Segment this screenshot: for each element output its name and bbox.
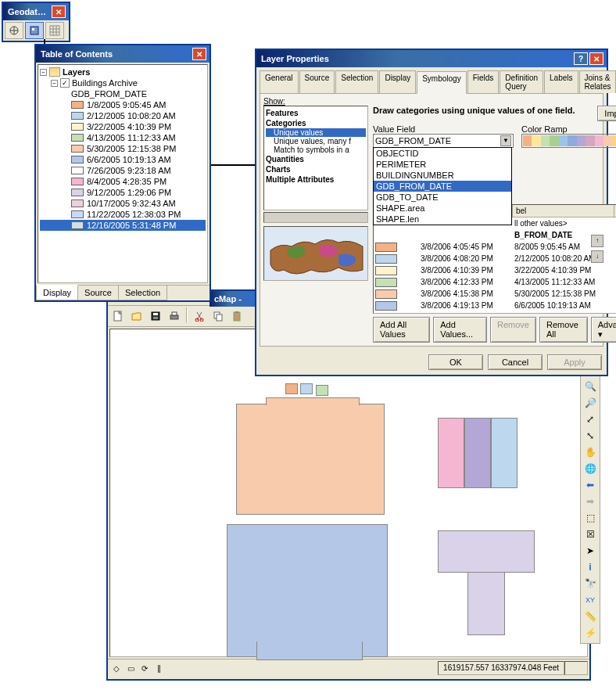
gdb-tool-2[interactable] <box>25 22 44 39</box>
legend-item[interactable]: 9/12/2005 1:29:06 PM <box>40 187 206 198</box>
color-ramp-combo[interactable]: ▼ <box>521 134 616 148</box>
color-swatch[interactable] <box>375 289 397 299</box>
zoom-in-icon[interactable]: 🔍 <box>582 379 598 394</box>
save-icon[interactable] <box>147 307 164 325</box>
chevron-down-icon[interactable]: ▼ <box>500 135 511 146</box>
legend-item[interactable]: 7/26/2005 9:23:18 AM <box>40 165 206 176</box>
copy-icon[interactable] <box>210 307 227 325</box>
checkbox-icon[interactable]: ✓ <box>60 78 70 88</box>
table-row[interactable]: B_FROM_DATE <box>374 229 616 241</box>
lp-titlebar[interactable]: Layer Properties ? ✕ <box>256 50 607 67</box>
clear-selection-icon[interactable]: ☒ <box>582 526 598 542</box>
identify-icon[interactable]: i <box>582 559 598 575</box>
tab-source[interactable]: Source <box>77 286 119 300</box>
match-symbols-item[interactable]: Match to symbols in a <box>266 146 366 154</box>
tab-general[interactable]: General <box>260 70 299 93</box>
table-row[interactable]: 3/8/2006 4:23:18 PM7/26/2005 9:23:18 AM? <box>374 311 616 314</box>
move-down-icon[interactable]: ↓ <box>591 250 603 263</box>
close-icon[interactable]: ✕ <box>52 5 66 18</box>
refresh-icon[interactable]: ⟳ <box>138 661 152 675</box>
color-swatch[interactable] <box>375 266 397 275</box>
open-icon[interactable] <box>128 307 145 325</box>
pause-icon[interactable]: ‖ <box>152 661 166 675</box>
table-row[interactable]: 3/8/2006 4:12:33 PM4/13/2005 11:12:33 AM… <box>374 276 616 288</box>
unique-values-many-item[interactable]: Unique values, many f <box>266 137 366 146</box>
close-icon[interactable]: ✕ <box>192 48 206 60</box>
legend-item[interactable]: 12/16/2005 5:31:48 PM <box>40 220 206 231</box>
forward-extent-icon[interactable]: ➡ <box>582 494 598 509</box>
renderer-list[interactable]: Features Categories Unique values Unique… <box>263 106 368 210</box>
xy-icon[interactable]: XY <box>582 592 598 608</box>
col-label[interactable]: bel <box>513 205 614 217</box>
legend-item[interactable]: 10/17/2005 9:32:43 AM <box>40 198 206 209</box>
gdb-tool-1[interactable] <box>5 22 23 39</box>
color-swatch[interactable] <box>375 301 397 311</box>
tab-symbology[interactable]: Symbology <box>417 71 466 94</box>
dropdown-option[interactable]: PERIMETER <box>374 159 511 170</box>
fixed-zoom-in-icon[interactable]: ⤢ <box>582 411 598 427</box>
tab-joins-relates[interactable]: Joins & Relates <box>579 70 616 93</box>
select-features-icon[interactable]: ⬚ <box>582 510 598 526</box>
move-up-icon[interactable]: ↑ <box>591 235 603 247</box>
table-row[interactable]: 3/8/2006 4:19:13 PM6/6/2005 10:19:13 AM? <box>374 300 616 311</box>
toc-tree[interactable]: − Layers − ✓ Buildings Archive GDB_FROM_… <box>38 64 208 283</box>
dropdown-option[interactable]: OBJECTID <box>374 148 511 159</box>
legend-item[interactable]: 2/12/2005 10:08:20 AM <box>40 110 206 121</box>
tab-definition-query[interactable]: Definition Query <box>500 70 543 93</box>
find-icon[interactable]: 🔭 <box>582 576 598 591</box>
data-view-icon[interactable]: ◇ <box>109 661 124 675</box>
remove-all-button[interactable]: Remove All <box>539 317 588 343</box>
measure-icon[interactable]: 📏 <box>582 609 598 624</box>
unique-values-item[interactable]: Unique values <box>266 128 366 137</box>
layers-root[interactable]: − Layers <box>40 66 206 77</box>
tab-fields[interactable]: Fields <box>467 70 500 93</box>
ok-button[interactable]: OK <box>428 354 483 370</box>
toc-titlebar[interactable]: Table of Contents ✕ <box>36 45 210 63</box>
geodatabase-titlebar[interactable]: Geodatab... ✕ <box>3 3 69 20</box>
add-values-button[interactable]: Add Values... <box>433 317 487 343</box>
dropdown-option[interactable]: GDB_FROM_DATE <box>374 181 511 192</box>
remove-button[interactable]: Remove <box>490 317 536 343</box>
tab-display[interactable]: Display <box>379 70 416 93</box>
legend-item[interactable]: 4/13/2005 11:12:33 AM <box>40 132 206 143</box>
legend-item[interactable]: 8/4/2005 4:28:35 PM <box>40 176 206 187</box>
table-row[interactable]: 3/8/2006 4:08:20 PM2/12/2005 10:08:20 AM… <box>374 253 616 264</box>
collapse-icon[interactable]: − <box>40 69 47 76</box>
value-field-dropdown[interactable]: OBJECTIDPERIMETERBUILDINGNUMBERGDB_FROM_… <box>373 147 512 225</box>
gdb-tool-3[interactable] <box>45 22 64 39</box>
apply-button[interactable]: Apply <box>547 354 602 370</box>
full-extent-icon[interactable]: 🌐 <box>582 461 598 476</box>
table-row[interactable]: 3/8/2006 4:15:38 PM5/30/2005 12:15:38 PM… <box>374 288 616 300</box>
import-button[interactable]: Import... <box>597 106 616 121</box>
legend-item[interactable]: 5/30/2005 12:15:38 PM <box>40 143 206 154</box>
color-swatch[interactable] <box>375 313 397 314</box>
legend-item[interactable]: 3/22/2005 4:10:39 PM <box>40 121 206 132</box>
tab-display[interactable]: Display <box>36 285 78 300</box>
paste-icon[interactable] <box>228 307 245 325</box>
legend-item[interactable]: 11/22/2005 12:38:03 PM <box>40 209 206 220</box>
back-extent-icon[interactable]: ⬅ <box>582 477 598 493</box>
hyperlink-icon[interactable]: ⚡ <box>582 625 598 641</box>
cut-icon[interactable] <box>191 307 208 325</box>
layer-item[interactable]: − ✓ Buildings Archive <box>40 77 206 88</box>
legend-item[interactable]: 1/8/2005 9:05:45 AM <box>40 99 206 110</box>
advanced-button[interactable]: Advanced ▾ <box>591 317 616 343</box>
table-row[interactable]: 3/8/2006 4:05:45 PM8/2005 9:05:45 AM? <box>374 241 616 253</box>
tab-selection[interactable]: Selection <box>335 70 378 93</box>
dropdown-option[interactable]: SHAPE.len <box>374 214 511 225</box>
layout-view-icon[interactable]: ▭ <box>124 661 138 675</box>
print-icon[interactable] <box>166 307 183 325</box>
zoom-out-icon[interactable]: 🔎 <box>582 395 598 411</box>
help-icon[interactable]: ? <box>574 52 588 65</box>
legend-item[interactable]: 6/6/2005 10:19:13 AM <box>40 154 206 165</box>
dropdown-option[interactable]: BUILDINGNUMBER <box>374 170 511 181</box>
color-swatch[interactable] <box>375 243 397 252</box>
new-icon[interactable] <box>109 307 127 325</box>
select-elements-icon[interactable]: ➤ <box>582 543 598 559</box>
tab-source[interactable]: Source <box>299 70 335 93</box>
color-swatch[interactable] <box>375 278 397 287</box>
add-all-values-button[interactable]: Add All Values <box>373 317 430 343</box>
color-swatch[interactable] <box>375 254 397 264</box>
tab-labels[interactable]: Labels <box>544 70 578 93</box>
table-row[interactable]: 3/8/2006 4:10:39 PM3/22/2005 4:10:39 PM? <box>374 264 616 276</box>
